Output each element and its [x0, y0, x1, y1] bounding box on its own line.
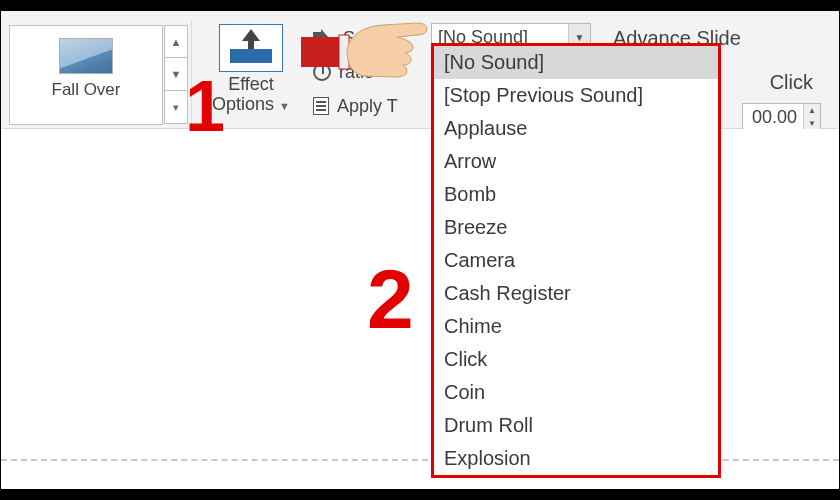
- effect-options-label-1: Effect: [228, 74, 274, 94]
- annotation-step-2: 2: [367, 251, 414, 348]
- svg-rect-0: [301, 37, 343, 67]
- transition-gallery: Fall Over ▲ ▼ ▾: [9, 25, 189, 125]
- transition-thumbnail: [59, 38, 113, 74]
- after-time-spinner[interactable]: 00.00 ▲ ▼: [742, 103, 821, 131]
- sound-option[interactable]: Breeze: [434, 211, 718, 244]
- pointing-hand-icon: [301, 7, 431, 79]
- sound-option[interactable]: Chime: [434, 310, 718, 343]
- sound-option[interactable]: Applause: [434, 112, 718, 145]
- spinner-up-button[interactable]: ▲: [804, 104, 820, 117]
- transition-label: Fall Over: [10, 80, 162, 100]
- after-time-value: 00.00: [743, 107, 803, 128]
- sound-option[interactable]: [Stop Previous Sound]: [434, 79, 718, 112]
- chevron-down-icon: ▼: [279, 100, 290, 112]
- effect-options-icon: [219, 24, 283, 72]
- sound-option[interactable]: Drum Roll: [434, 409, 718, 442]
- transition-fall-over[interactable]: Fall Over: [9, 25, 163, 125]
- sound-option[interactable]: Explosion: [434, 442, 718, 475]
- sound-option[interactable]: [No Sound]: [434, 46, 718, 79]
- apply-to-all-row[interactable]: Apply T: [311, 89, 398, 123]
- sound-option[interactable]: Coin: [434, 376, 718, 409]
- sound-option[interactable]: Cash Register: [434, 277, 718, 310]
- apply-all-icon: [313, 97, 329, 115]
- annotation-step-1: 1: [185, 65, 225, 147]
- on-mouse-click-label: Click: [770, 71, 813, 94]
- sound-option[interactable]: Bomb: [434, 178, 718, 211]
- sound-option[interactable]: Click: [434, 343, 718, 376]
- sound-option[interactable]: Arrow: [434, 145, 718, 178]
- apply-all-label: Apply T: [337, 96, 398, 117]
- after-time-row: 00.00 ▲ ▼: [742, 103, 821, 131]
- sound-option[interactable]: Camera: [434, 244, 718, 277]
- sound-dropdown-list[interactable]: [No Sound][Stop Previous Sound]ApplauseA…: [431, 43, 721, 478]
- gallery-up-button[interactable]: ▲: [164, 25, 188, 58]
